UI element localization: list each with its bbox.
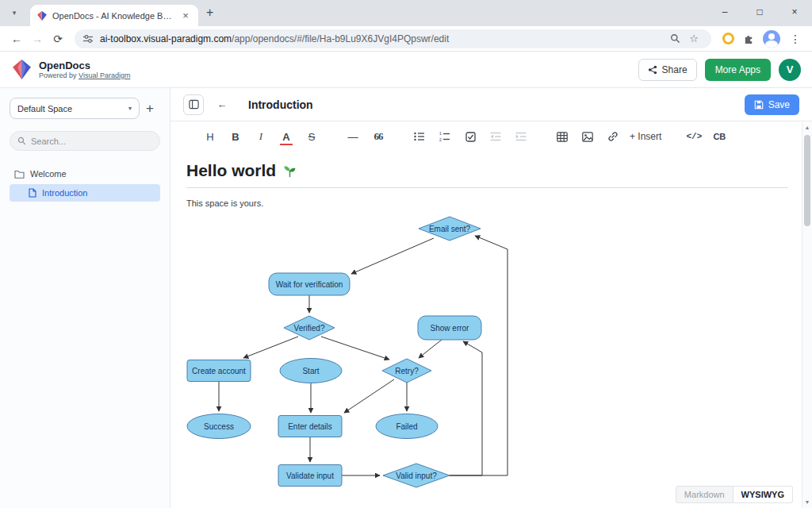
editor-scrollbar[interactable]: ▲ ▼ — [802, 122, 812, 508]
font-color-label: A — [282, 131, 289, 143]
strikethrough-button[interactable]: S — [303, 127, 320, 146]
indent-icon[interactable] — [512, 127, 530, 146]
flowchart-label-success: Success — [204, 422, 234, 431]
scrollbar-thumb[interactable] — [804, 135, 810, 226]
share-label: Share — [662, 64, 688, 75]
search-input[interactable] — [31, 137, 142, 146]
url-host: ai-toolbox.visual-paradigm.com — [100, 33, 232, 44]
space-selector[interactable]: Default Space ▾ — [10, 98, 140, 119]
zoom-icon[interactable] — [665, 33, 684, 44]
opendocs-logo — [11, 59, 33, 80]
browser-window: ▾ OpenDocs - AI Knowledge Base × + – □ ×… — [0, 0, 812, 508]
flowchart-label-enter-details: Enter details — [288, 422, 332, 431]
markdown-mode-button[interactable]: Markdown — [676, 486, 733, 503]
visual-paradigm-link[interactable]: Visual Paradigm — [79, 71, 130, 79]
inline-code-button[interactable]: </> — [685, 127, 703, 146]
link-icon[interactable] — [604, 127, 622, 146]
flowchart-edge-valid-input-to-show-error — [450, 341, 482, 475]
user-avatar[interactable]: V — [779, 59, 801, 81]
tab-close-icon[interactable]: × — [179, 10, 192, 21]
tab-strip: ▾ OpenDocs - AI Knowledge Base × + – □ × — [0, 0, 812, 26]
new-tab-button[interactable]: + — [206, 6, 213, 20]
browser-navbar: ← → ⟳ ai-toolbox.visual-paradigm.com/app… — [0, 26, 812, 52]
maximize-button[interactable]: □ — [742, 0, 777, 24]
scroll-down-icon[interactable]: ▼ — [802, 497, 812, 508]
address-bar[interactable]: ai-toolbox.visual-paradigm.com/app/opend… — [75, 29, 711, 48]
minimize-button[interactable]: – — [707, 0, 742, 24]
brand-block: OpenDocs Powered by Visual Paradigm — [39, 60, 130, 79]
extensions-puzzle-icon[interactable] — [739, 33, 758, 44]
scroll-up-icon[interactable]: ▲ — [802, 122, 812, 133]
flowchart-node-enter-details: Enter details — [278, 416, 342, 437]
flowchart-node-create-account: Create account — [187, 360, 251, 382]
tree-item-label: Welcome — [30, 169, 67, 179]
flowchart-label-verified: Verified? — [294, 324, 325, 333]
flowchart-edge-show-error-to-retry — [419, 340, 442, 358]
forward-icon[interactable]: → — [27, 29, 48, 49]
more-apps-button[interactable]: More Apps — [705, 59, 771, 81]
back-icon[interactable]: ← — [6, 29, 27, 49]
save-icon — [754, 100, 764, 110]
sidebar-toggle-icon[interactable] — [183, 94, 204, 115]
opendocs-favicon — [36, 10, 48, 21]
flowchart-label-start: Start — [302, 367, 319, 375]
flowchart-node-email-sent: Email sent? — [419, 217, 481, 241]
document-editor[interactable]: Hello world This space is yours. Email s… — [170, 152, 812, 508]
flowchart-edge-verified-to-retry — [321, 337, 389, 360]
sidebar: Default Space ▾ + Welcome — [0, 88, 170, 508]
profile-avatar[interactable] — [763, 30, 780, 48]
add-space-button[interactable]: + — [140, 101, 160, 117]
url-text[interactable]: ai-toolbox.visual-paradigm.com/app/opend… — [100, 33, 665, 44]
share-button[interactable]: Share — [638, 59, 697, 81]
italic-button[interactable]: I — [252, 127, 270, 146]
flowchart-node-success: Success — [187, 414, 251, 439]
flowchart-label-failed: Failed — [396, 422, 417, 431]
insert-button[interactable]: + Insert — [630, 127, 661, 146]
site-info-icon[interactable] — [82, 33, 94, 44]
tree-item-welcome[interactable]: Welcome — [10, 165, 160, 183]
task-list-icon[interactable] — [462, 127, 479, 146]
flowchart-node-start: Start — [280, 359, 342, 383]
reload-icon[interactable]: ⟳ — [48, 29, 68, 49]
header-actions: Share More Apps V — [638, 59, 801, 81]
tree-item-label: Introduction — [42, 188, 87, 198]
extension-icon[interactable] — [722, 33, 734, 44]
image-icon[interactable] — [579, 127, 596, 146]
flowchart-label-create-account: Create account — [192, 367, 246, 375]
flowchart-label-wait-verification: Wait for verification — [276, 280, 343, 289]
bullet-list-icon[interactable] — [411, 127, 428, 146]
bookmark-star-icon[interactable]: ☆ — [684, 33, 703, 44]
svg-text:2: 2 — [439, 137, 442, 142]
close-button[interactable]: × — [777, 0, 812, 24]
app-header: OpenDocs Powered by Visual Paradigm Shar… — [0, 52, 812, 88]
back-arrow-icon[interactable]: ← — [212, 94, 232, 115]
table-icon[interactable] — [553, 127, 571, 146]
horizontal-rule-button[interactable]: — — [344, 127, 362, 146]
outdent-icon[interactable] — [487, 127, 504, 146]
flowchart-image[interactable]: Email sent?Wait for verificationVerified… — [186, 211, 535, 495]
save-button[interactable]: Save — [745, 94, 799, 115]
numbered-list-icon[interactable]: 1 2 — [436, 127, 454, 146]
search-box[interactable] — [10, 131, 160, 151]
tab-search-icon[interactable]: ▾ — [6, 5, 22, 21]
wysiwyg-mode-button[interactable]: WYSIWYG — [733, 486, 793, 503]
blockquote-button[interactable]: 66 — [370, 127, 387, 146]
flowchart-edge-email-sent-to-wait-verification — [351, 238, 434, 274]
heading-divider — [186, 187, 788, 188]
font-color-button[interactable]: A — [278, 127, 295, 146]
heading-button[interactable]: H — [201, 127, 219, 146]
browser-menu-icon[interactable]: ⋮ — [785, 29, 806, 49]
url-path: /app/opendocs/#/file/Ha-b9Lu9X6JVgI4PQps… — [232, 33, 449, 44]
avatar-body — [765, 40, 778, 48]
flowchart-label-validate-input: Validate input — [286, 471, 334, 480]
flowchart-node-retry: Retry? — [382, 359, 431, 383]
flowchart-edge-valid-input-to-email-sent — [450, 236, 508, 475]
share-icon — [648, 65, 657, 75]
flowchart-edge-verified-to-create-account — [243, 337, 298, 358]
browser-tab[interactable]: OpenDocs - AI Knowledge Base × — [30, 5, 198, 26]
code-block-button[interactable]: CB — [710, 127, 728, 146]
seedling-emoji — [282, 164, 297, 179]
bold-button[interactable]: B — [227, 127, 244, 146]
tree-item-introduction[interactable]: Introduction — [10, 184, 160, 202]
font-color-swatch — [280, 144, 293, 145]
